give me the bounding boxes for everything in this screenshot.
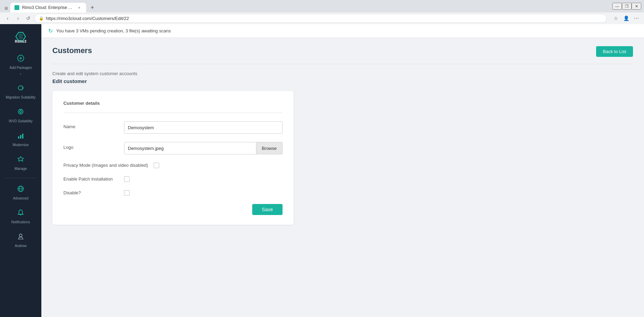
spinner-icon: ↻	[48, 28, 53, 34]
advanced-label: Advanced	[13, 196, 28, 201]
user-icon	[17, 233, 24, 242]
refresh-button[interactable]: ↺	[24, 14, 32, 22]
customer-form-card: Customer details Name Logo Browse	[52, 91, 294, 225]
card-section-label: Customer details	[63, 101, 283, 106]
manage-icon	[17, 155, 24, 165]
migration-icon	[17, 84, 24, 93]
wvd-icon	[17, 108, 24, 117]
disable-checkbox[interactable]	[124, 190, 130, 196]
tab-close-button[interactable]: ×	[76, 5, 82, 10]
advanced-icon	[17, 185, 24, 194]
new-tab-button[interactable]: +	[88, 3, 97, 12]
logo-label: Logo	[63, 142, 119, 150]
patch-checkbox[interactable]	[124, 176, 130, 182]
andrew-label: Andrew	[15, 244, 27, 248]
privacy-checkbox-wrapper	[154, 163, 159, 168]
address-bar[interactable]: 🔒 https://rimo3cloud.com/Customers/Edit/…	[34, 14, 607, 23]
back-to-list-button[interactable]: Back to List	[596, 46, 633, 57]
page-subtitle: Create and edit system customer accounts	[52, 71, 633, 76]
name-label: Name	[63, 121, 119, 129]
lock-icon: 🔒	[39, 16, 44, 21]
menu-icon[interactable]: ⋯	[632, 14, 641, 22]
privacy-checkbox[interactable]	[154, 163, 159, 168]
disable-row: Disable?	[63, 190, 283, 196]
header-divider	[52, 64, 633, 64]
privacy-label: Privacy Mode (Images and video disabled)	[63, 163, 148, 168]
svg-point-15	[19, 234, 22, 237]
sidebar-logo: Rimo3	[13, 24, 28, 50]
rimo3-logo: Rimo3	[13, 30, 28, 43]
tab-list-icon[interactable]: ⊞	[2, 4, 10, 12]
browse-button[interactable]: Browse	[256, 142, 283, 154]
sidebar-item-migration-suitability[interactable]: Migration Suitability	[0, 80, 41, 104]
migration-label: Migration Suitability	[6, 95, 36, 100]
modernize-icon	[17, 132, 24, 141]
wvd-label: WVD Suitability	[9, 119, 33, 123]
add-packages-icon	[17, 54, 24, 64]
card-divider	[63, 113, 283, 113]
close-button[interactable]: ✕	[632, 3, 641, 10]
name-row: Name	[63, 121, 283, 134]
restore-button[interactable]: ❐	[622, 3, 632, 10]
sidebar-item-add-packages[interactable]: Add Packages ›	[0, 50, 41, 80]
url-text: https://rimo3cloud.com/Customers/Edit/22	[46, 16, 129, 21]
browser-actions: ☆ 👤 ⋯	[612, 14, 641, 22]
privacy-row: Privacy Mode (Images and video disabled)	[63, 163, 283, 168]
minimize-button[interactable]: —	[612, 3, 622, 10]
modernize-label: Modernize	[13, 143, 29, 147]
logo-input[interactable]	[124, 142, 256, 154]
browser-chrome: — ❐ ✕ ⊞ Rimo3 Cloud: Enterprise Applica …	[0, 0, 644, 24]
patch-checkbox-wrapper	[124, 176, 130, 182]
browser-controls: ‹ › ↺ 🔒 https://rimo3cloud.com/Customers…	[0, 12, 644, 24]
sidebar-item-modernize[interactable]: Modernize	[0, 127, 41, 151]
tab-title: Rimo3 Cloud: Enterprise Applica	[22, 5, 74, 10]
add-packages-label: Add Packages	[10, 66, 32, 70]
name-input[interactable]	[124, 121, 283, 134]
sidebar: Rimo3 Add Packages ›	[0, 24, 41, 317]
notifications-label: Notifications	[11, 220, 30, 224]
svg-text:Rimo3: Rimo3	[15, 39, 27, 43]
sidebar-nav: Add Packages › Migration Suitability	[0, 50, 41, 311]
form-actions: Save	[63, 204, 283, 215]
sidebar-item-andrew[interactable]: Andrew	[0, 228, 41, 252]
logo-row: Logo Browse	[63, 142, 283, 154]
notification-message: You have 3 VMs pending creation, 3 file(…	[56, 28, 171, 33]
browser-tabs: — ❐ ✕ ⊞ Rimo3 Cloud: Enterprise Applica …	[0, 0, 644, 12]
sidebar-item-wvd-suitability[interactable]: WVD Suitability	[0, 104, 41, 127]
sidebar-item-advanced[interactable]: Advanced	[0, 181, 41, 205]
svg-rect-8	[18, 136, 19, 139]
tab-favicon	[14, 5, 19, 10]
bookmark-icon[interactable]: ☆	[612, 14, 620, 22]
sidebar-item-notifications[interactable]: Notifications	[0, 205, 41, 228]
sidebar-divider	[4, 178, 37, 178]
svg-marker-11	[18, 156, 23, 161]
page-header: Customers Back to List	[52, 46, 633, 57]
main-content: ↻ You have 3 VMs pending creation, 3 fil…	[41, 24, 644, 317]
notifications-icon	[17, 209, 24, 218]
patch-label: Enable Patch Installation	[63, 176, 119, 182]
patch-row: Enable Patch Installation	[63, 176, 283, 182]
app-layout: Rimo3 Add Packages ›	[0, 24, 644, 317]
back-nav-button[interactable]: ‹	[3, 14, 12, 22]
svg-point-5	[20, 111, 22, 113]
sidebar-item-manage[interactable]: Manage	[0, 151, 41, 175]
svg-rect-10	[22, 134, 23, 139]
page-area: Customers Back to List Create and edit s…	[41, 38, 644, 317]
manage-label: Manage	[14, 167, 27, 171]
disable-label: Disable?	[63, 190, 119, 195]
page-section-title: Edit customer	[52, 78, 633, 84]
svg-rect-9	[20, 135, 21, 139]
page-title: Customers	[52, 46, 92, 55]
file-input-group: Browse	[124, 142, 283, 154]
save-button[interactable]: Save	[252, 204, 283, 215]
profile-icon[interactable]: 👤	[622, 14, 630, 22]
forward-nav-button[interactable]: ›	[14, 14, 22, 22]
disable-checkbox-wrapper	[124, 190, 130, 196]
active-tab[interactable]: Rimo3 Cloud: Enterprise Applica ×	[10, 3, 86, 12]
notification-bar: ↻ You have 3 VMs pending creation, 3 fil…	[41, 24, 644, 38]
